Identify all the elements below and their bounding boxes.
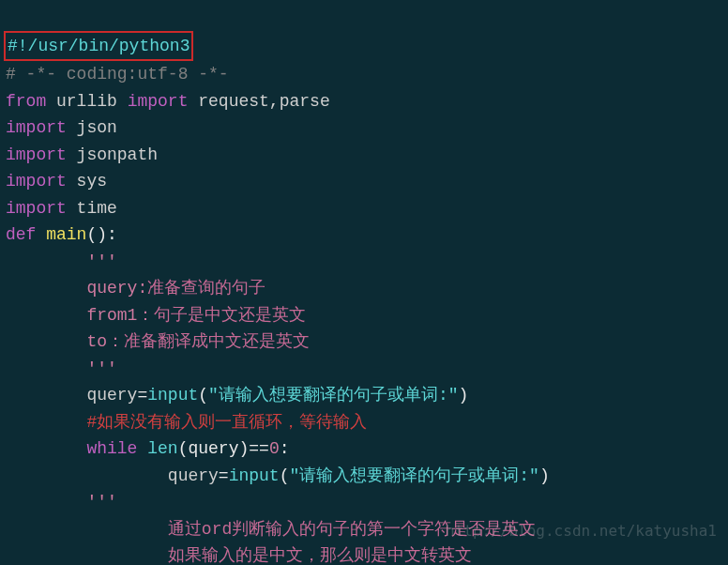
string-prompt-2: "请输入想要翻译的句子或单词:" bbox=[289, 466, 538, 485]
mod-json: json bbox=[67, 118, 117, 137]
eq-1: = bbox=[137, 386, 147, 405]
doc-from1-text: 句子是中文还是英文 bbox=[154, 306, 306, 325]
shebang-highlight: #!/usr/bin/python3 bbox=[4, 31, 193, 62]
builtin-len: len bbox=[147, 439, 177, 458]
doc-to-text: 准备翻译成中文还是英文 bbox=[124, 332, 310, 351]
mod-sys: sys bbox=[67, 172, 107, 191]
watermark: http://blog.csdn.net/katyusha1 bbox=[446, 518, 717, 545]
mod-time: time bbox=[67, 199, 117, 218]
kw-while: while bbox=[6, 439, 137, 458]
docstring-open: ''' bbox=[6, 252, 117, 271]
doc-query-text: 准备查询的句子 bbox=[147, 279, 265, 298]
eq-2: = bbox=[219, 466, 229, 485]
mod-jsonpath: jsonpath bbox=[67, 145, 158, 164]
kw-import-jsonpath: import bbox=[6, 145, 67, 164]
var-query-2: query bbox=[6, 466, 219, 485]
mod-urllib: urllib bbox=[46, 92, 127, 111]
imports-request-parse: request,parse bbox=[188, 92, 329, 111]
lparen-1: ( bbox=[198, 386, 208, 405]
eqeq: == bbox=[249, 439, 269, 458]
func-main: main bbox=[46, 225, 86, 244]
builtin-input-2: input bbox=[229, 466, 280, 485]
rparen-2: ) bbox=[539, 466, 550, 485]
kw-def: def bbox=[6, 225, 36, 244]
doc-query-key: query: bbox=[6, 279, 147, 298]
lparen-2: ( bbox=[280, 466, 290, 485]
docstring2-open: ''' bbox=[6, 493, 117, 512]
kw-import-sys: import bbox=[6, 172, 67, 191]
num-zero: 0 bbox=[269, 439, 280, 458]
indent-19 bbox=[6, 520, 168, 539]
doc2-line2: 如果输入的是中文，那么则是中文转英文 bbox=[168, 546, 472, 565]
rparen-1: ) bbox=[458, 386, 468, 405]
shebang-line: #!/usr/bin/python3 bbox=[8, 37, 190, 55]
doc-to-key: to： bbox=[6, 332, 124, 351]
len-arg: (query) bbox=[178, 439, 250, 458]
docstring-close: ''' bbox=[6, 359, 117, 378]
kw-import-json: import bbox=[6, 118, 67, 137]
string-prompt-1: "请输入想要翻译的句子或单词:" bbox=[208, 386, 458, 405]
colon-while: : bbox=[280, 439, 290, 458]
encoding-comment: # -*- coding:utf-8 -*- bbox=[6, 65, 229, 84]
builtin-input-1: input bbox=[147, 386, 198, 405]
comment-wait-input: #如果没有输入则一直循环，等待输入 bbox=[6, 413, 367, 432]
indent-20 bbox=[6, 546, 168, 565]
kw-import: import bbox=[128, 92, 189, 111]
paren-colon: (): bbox=[86, 225, 116, 244]
kw-import-time: import bbox=[6, 199, 67, 218]
doc-from1-key: from1： bbox=[6, 306, 154, 325]
kw-from: from bbox=[6, 92, 46, 111]
var-query: query bbox=[6, 386, 137, 405]
code-editor: #!/usr/bin/python3 # -*- coding:utf-8 -*… bbox=[0, 0, 728, 565]
